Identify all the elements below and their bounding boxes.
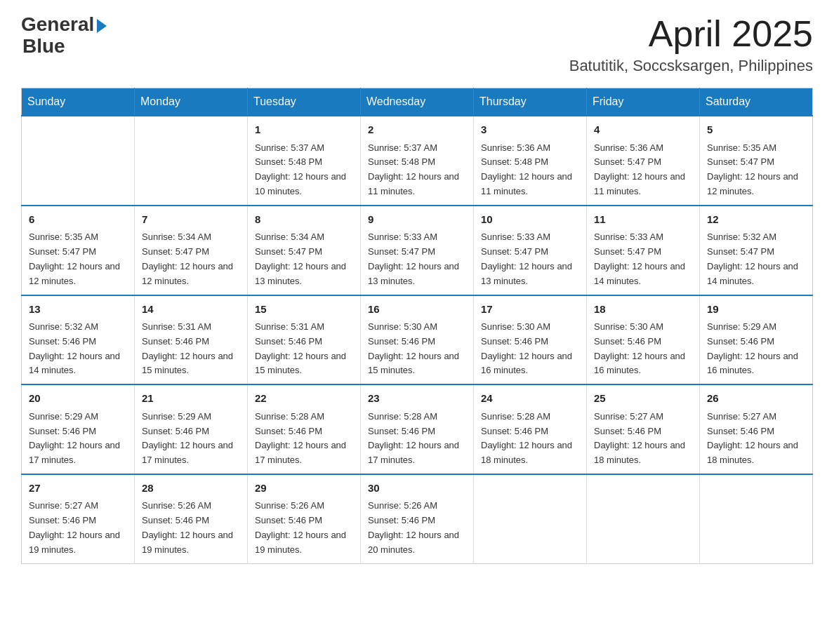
calendar-cell: 2Sunrise: 5:37 AMSunset: 5:48 PMDaylight… bbox=[361, 116, 474, 206]
day-info: Sunrise: 5:33 AMSunset: 5:47 PMDaylight:… bbox=[481, 230, 579, 288]
day-info: Sunrise: 5:33 AMSunset: 5:47 PMDaylight:… bbox=[594, 230, 692, 288]
weekday-header-sunday: Sunday bbox=[22, 88, 135, 116]
calendar-week-row: 1Sunrise: 5:37 AMSunset: 5:48 PMDaylight… bbox=[22, 116, 813, 206]
day-info: Sunrise: 5:26 AMSunset: 5:46 PMDaylight:… bbox=[255, 499, 353, 557]
day-info: Sunrise: 5:30 AMSunset: 5:46 PMDaylight:… bbox=[368, 320, 466, 378]
calendar-cell: 4Sunrise: 5:36 AMSunset: 5:47 PMDaylight… bbox=[587, 116, 700, 206]
logo-arrow-icon bbox=[97, 19, 107, 33]
calendar-cell: 21Sunrise: 5:29 AMSunset: 5:46 PMDayligh… bbox=[135, 384, 248, 474]
day-info: Sunrise: 5:29 AMSunset: 5:46 PMDaylight:… bbox=[707, 320, 805, 378]
day-number: 22 bbox=[255, 391, 353, 407]
calendar-cell: 15Sunrise: 5:31 AMSunset: 5:46 PMDayligh… bbox=[248, 295, 361, 385]
day-info: Sunrise: 5:28 AMSunset: 5:46 PMDaylight:… bbox=[255, 410, 353, 468]
day-info: Sunrise: 5:30 AMSunset: 5:46 PMDaylight:… bbox=[481, 320, 579, 378]
day-number: 4 bbox=[594, 122, 692, 138]
day-number: 30 bbox=[368, 481, 466, 497]
calendar-cell: 22Sunrise: 5:28 AMSunset: 5:46 PMDayligh… bbox=[248, 384, 361, 474]
weekday-header-wednesday: Wednesday bbox=[361, 88, 474, 116]
day-number: 12 bbox=[707, 212, 805, 228]
day-number: 27 bbox=[29, 481, 127, 497]
calendar-cell: 16Sunrise: 5:30 AMSunset: 5:46 PMDayligh… bbox=[361, 295, 474, 385]
page-header: General Blue April 2025 Batutitik, Soccs… bbox=[21, 14, 813, 75]
month-title: April 2025 bbox=[569, 14, 813, 54]
calendar-cell: 26Sunrise: 5:27 AMSunset: 5:46 PMDayligh… bbox=[700, 384, 813, 474]
calendar-week-row: 27Sunrise: 5:27 AMSunset: 5:46 PMDayligh… bbox=[22, 474, 813, 563]
day-number: 9 bbox=[368, 212, 466, 228]
calendar-table: SundayMondayTuesdayWednesdayThursdayFrid… bbox=[21, 88, 813, 563]
calendar-cell: 25Sunrise: 5:27 AMSunset: 5:46 PMDayligh… bbox=[587, 384, 700, 474]
day-info: Sunrise: 5:32 AMSunset: 5:47 PMDaylight:… bbox=[707, 230, 805, 288]
day-number: 20 bbox=[29, 391, 127, 407]
calendar-cell: 6Sunrise: 5:35 AMSunset: 5:47 PMDaylight… bbox=[22, 206, 135, 295]
calendar-cell: 20Sunrise: 5:29 AMSunset: 5:46 PMDayligh… bbox=[22, 384, 135, 474]
day-number: 11 bbox=[594, 212, 692, 228]
weekday-header-monday: Monday bbox=[135, 88, 248, 116]
day-info: Sunrise: 5:37 AMSunset: 5:48 PMDaylight:… bbox=[368, 141, 466, 199]
day-number: 3 bbox=[481, 122, 579, 138]
day-info: Sunrise: 5:29 AMSunset: 5:46 PMDaylight:… bbox=[142, 410, 240, 468]
calendar-cell: 9Sunrise: 5:33 AMSunset: 5:47 PMDaylight… bbox=[361, 206, 474, 295]
day-info: Sunrise: 5:35 AMSunset: 5:47 PMDaylight:… bbox=[707, 141, 805, 199]
day-number: 7 bbox=[142, 212, 240, 228]
calendar-cell: 30Sunrise: 5:26 AMSunset: 5:46 PMDayligh… bbox=[361, 474, 474, 563]
logo-general: General bbox=[21, 14, 94, 36]
calendar-cell bbox=[135, 116, 248, 206]
day-info: Sunrise: 5:33 AMSunset: 5:47 PMDaylight:… bbox=[368, 230, 466, 288]
day-info: Sunrise: 5:31 AMSunset: 5:46 PMDaylight:… bbox=[142, 320, 240, 378]
weekday-header-friday: Friday bbox=[587, 88, 700, 116]
day-info: Sunrise: 5:27 AMSunset: 5:46 PMDaylight:… bbox=[707, 410, 805, 468]
calendar-week-row: 6Sunrise: 5:35 AMSunset: 5:47 PMDaylight… bbox=[22, 206, 813, 295]
calendar-cell: 18Sunrise: 5:30 AMSunset: 5:46 PMDayligh… bbox=[587, 295, 700, 385]
day-number: 24 bbox=[481, 391, 579, 407]
day-number: 18 bbox=[594, 302, 692, 318]
calendar-cell: 14Sunrise: 5:31 AMSunset: 5:46 PMDayligh… bbox=[135, 295, 248, 385]
day-info: Sunrise: 5:35 AMSunset: 5:47 PMDaylight:… bbox=[29, 230, 127, 288]
day-number: 14 bbox=[142, 302, 240, 318]
day-number: 19 bbox=[707, 302, 805, 318]
calendar-cell bbox=[700, 474, 813, 563]
day-number: 5 bbox=[707, 122, 805, 138]
day-info: Sunrise: 5:29 AMSunset: 5:46 PMDaylight:… bbox=[29, 410, 127, 468]
location-title: Batutitik, Soccsksargen, Philippines bbox=[569, 57, 813, 75]
calendar-cell: 5Sunrise: 5:35 AMSunset: 5:47 PMDaylight… bbox=[700, 116, 813, 206]
day-info: Sunrise: 5:26 AMSunset: 5:46 PMDaylight:… bbox=[368, 499, 466, 557]
weekday-header-tuesday: Tuesday bbox=[248, 88, 361, 116]
calendar-cell: 12Sunrise: 5:32 AMSunset: 5:47 PMDayligh… bbox=[700, 206, 813, 295]
calendar-cell: 13Sunrise: 5:32 AMSunset: 5:46 PMDayligh… bbox=[22, 295, 135, 385]
day-info: Sunrise: 5:34 AMSunset: 5:47 PMDaylight:… bbox=[255, 230, 353, 288]
day-number: 17 bbox=[481, 302, 579, 318]
day-info: Sunrise: 5:36 AMSunset: 5:48 PMDaylight:… bbox=[481, 141, 579, 199]
weekday-header-saturday: Saturday bbox=[700, 88, 813, 116]
day-number: 23 bbox=[368, 391, 466, 407]
day-info: Sunrise: 5:28 AMSunset: 5:46 PMDaylight:… bbox=[481, 410, 579, 468]
day-info: Sunrise: 5:26 AMSunset: 5:46 PMDaylight:… bbox=[142, 499, 240, 557]
day-info: Sunrise: 5:37 AMSunset: 5:48 PMDaylight:… bbox=[255, 141, 353, 199]
calendar-cell: 11Sunrise: 5:33 AMSunset: 5:47 PMDayligh… bbox=[587, 206, 700, 295]
calendar-cell: 17Sunrise: 5:30 AMSunset: 5:46 PMDayligh… bbox=[474, 295, 587, 385]
day-number: 21 bbox=[142, 391, 240, 407]
day-number: 8 bbox=[255, 212, 353, 228]
calendar-cell: 3Sunrise: 5:36 AMSunset: 5:48 PMDaylight… bbox=[474, 116, 587, 206]
calendar-week-row: 20Sunrise: 5:29 AMSunset: 5:46 PMDayligh… bbox=[22, 384, 813, 474]
calendar-header-row: SundayMondayTuesdayWednesdayThursdayFrid… bbox=[22, 88, 813, 116]
calendar-cell: 23Sunrise: 5:28 AMSunset: 5:46 PMDayligh… bbox=[361, 384, 474, 474]
calendar-cell bbox=[474, 474, 587, 563]
day-info: Sunrise: 5:28 AMSunset: 5:46 PMDaylight:… bbox=[368, 410, 466, 468]
day-number: 1 bbox=[255, 122, 353, 138]
weekday-header-thursday: Thursday bbox=[474, 88, 587, 116]
day-number: 15 bbox=[255, 302, 353, 318]
day-info: Sunrise: 5:36 AMSunset: 5:47 PMDaylight:… bbox=[594, 141, 692, 199]
day-number: 25 bbox=[594, 391, 692, 407]
calendar-cell: 7Sunrise: 5:34 AMSunset: 5:47 PMDaylight… bbox=[135, 206, 248, 295]
day-number: 29 bbox=[255, 481, 353, 497]
day-info: Sunrise: 5:32 AMSunset: 5:46 PMDaylight:… bbox=[29, 320, 127, 378]
calendar-cell: 24Sunrise: 5:28 AMSunset: 5:46 PMDayligh… bbox=[474, 384, 587, 474]
calendar-cell: 29Sunrise: 5:26 AMSunset: 5:46 PMDayligh… bbox=[248, 474, 361, 563]
day-number: 13 bbox=[29, 302, 127, 318]
logo: General Blue bbox=[21, 14, 107, 58]
day-number: 6 bbox=[29, 212, 127, 228]
day-number: 16 bbox=[368, 302, 466, 318]
calendar-cell bbox=[587, 474, 700, 563]
calendar-cell: 8Sunrise: 5:34 AMSunset: 5:47 PMDaylight… bbox=[248, 206, 361, 295]
day-info: Sunrise: 5:34 AMSunset: 5:47 PMDaylight:… bbox=[142, 230, 240, 288]
